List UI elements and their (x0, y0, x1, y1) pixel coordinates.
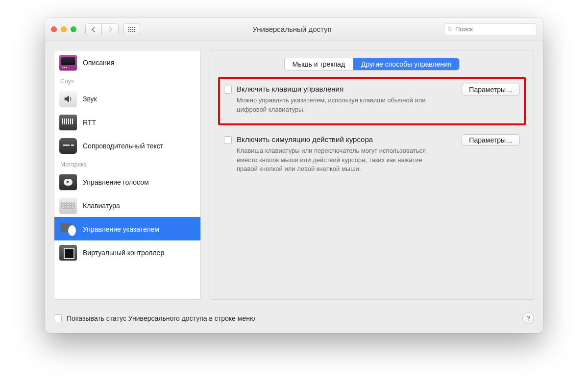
sidebar-item-label: Управление голосом (83, 178, 149, 186)
setting-mouse-keys: Включить клавиши управления Можно управл… (221, 80, 523, 122)
window-title: Универсальный доступ (145, 25, 439, 33)
captions-icon (59, 138, 77, 154)
setting-description: Можно управлять указателем, используя кл… (237, 96, 442, 115)
back-button[interactable] (85, 24, 102, 35)
chevron-right-icon (108, 26, 113, 32)
chevron-left-icon (91, 26, 96, 32)
close-window-button[interactable] (51, 26, 57, 32)
titlebar: Универсальный доступ (45, 18, 543, 41)
search-icon (447, 26, 453, 32)
voice-control-icon (59, 174, 77, 190)
help-icon: ? (526, 314, 530, 322)
virtual-controller-icon (59, 245, 77, 261)
descriptions-icon (59, 55, 77, 71)
content-area: Описания Слух Звук RTT Сопроводительный … (45, 41, 543, 309)
sidebar-item-label: Сопроводительный текст (83, 142, 163, 150)
sidebar-item-descriptions[interactable]: Описания (54, 50, 200, 74)
sidebar-item-label: Звук (83, 95, 97, 103)
checkbox-switch-control[interactable] (224, 136, 232, 144)
sidebar-item-virtual-controller[interactable]: Виртуальный контроллер (54, 240, 200, 264)
highlight-annotation: Включить клавиши управления Можно управл… (218, 77, 526, 125)
options-button-switch-control[interactable]: Параметры… (462, 134, 520, 146)
setting-title: Включить симуляцию действий курсора (237, 135, 457, 143)
sidebar-item-sound[interactable]: Звук (54, 87, 200, 110)
footer: Показывать статус Универсального доступа… (45, 309, 543, 333)
sidebar-item-rtt[interactable]: RTT (54, 110, 200, 134)
window-controls (51, 26, 76, 32)
sidebar-item-pointer-control[interactable]: Управление указателем (54, 217, 200, 240)
sidebar-item-label: Управление указателем (83, 225, 159, 233)
keyboard-icon (59, 198, 77, 214)
setting-title: Включить клавиши управления (237, 85, 457, 93)
sidebar-item-captions[interactable]: Сопроводительный текст (54, 134, 200, 157)
checkbox-mouse-keys[interactable] (224, 86, 232, 94)
checkbox-show-status-menubar[interactable] (54, 314, 62, 322)
setting-switch-control: Включить симуляцию действий курсора Клав… (221, 130, 523, 182)
sidebar-category-motor: Моторика (54, 157, 200, 170)
sidebar-item-label: RTT (83, 119, 96, 126)
sidebar-item-keyboard[interactable]: Клавиатура (54, 193, 200, 217)
show-all-button[interactable] (123, 24, 140, 35)
sidebar-item-label: Клавиатура (83, 202, 120, 210)
footer-label: Показывать статус Универсального доступа… (67, 314, 255, 322)
nav-buttons (85, 24, 119, 35)
sound-icon (59, 91, 77, 107)
tab-bar: Мышь и трекпад Другие способы управления (221, 58, 523, 70)
sidebar-item-label: Описания (83, 59, 114, 67)
search-field[interactable] (444, 24, 537, 35)
tab-mouse-trackpad[interactable]: Мышь и трекпад (285, 58, 353, 70)
sidebar[interactable]: Описания Слух Звук RTT Сопроводительный … (54, 50, 201, 300)
search-input[interactable] (455, 25, 534, 33)
setting-description: Клавиша клавиатуры или переключатель мог… (237, 146, 442, 174)
options-button-mouse-keys[interactable]: Параметры… (462, 84, 520, 96)
pointer-control-icon (59, 221, 77, 237)
preferences-window: Универсальный доступ Описания Слух Звук … (45, 18, 543, 333)
svg-point-0 (448, 27, 451, 30)
main-pane: Мышь и трекпад Другие способы управления… (210, 50, 534, 300)
sidebar-item-label: Виртуальный контроллер (83, 249, 164, 257)
grid-icon (128, 27, 135, 32)
minimize-window-button[interactable] (61, 26, 67, 32)
sidebar-category-hearing: Слух (54, 74, 200, 87)
tab-alternate-control[interactable]: Другие способы управления (353, 58, 459, 70)
zoom-window-button[interactable] (71, 26, 76, 32)
rtt-icon (59, 115, 77, 130)
forward-button[interactable] (102, 24, 119, 35)
sidebar-item-voice-control[interactable]: Управление голосом (54, 170, 200, 193)
svg-line-1 (451, 30, 452, 31)
help-button[interactable]: ? (522, 312, 534, 324)
